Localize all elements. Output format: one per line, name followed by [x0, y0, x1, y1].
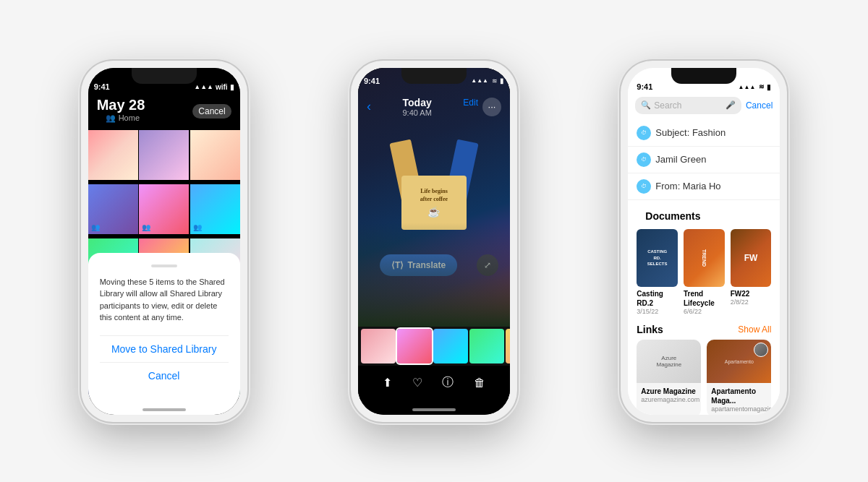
modal-cancel-button[interactable]: Cancel — [100, 362, 229, 389]
doc-date-casting: 3/15/22 — [637, 308, 658, 315]
aframe-sign: Life begins after coffee ☕ — [394, 168, 474, 226]
link-url-apart: apartamentomagazine... — [711, 405, 767, 413]
doc-thumb-fw22: FW — [731, 229, 772, 288]
photo-cell-5[interactable]: 👥 — [139, 184, 189, 234]
casting-thumb-inner: CASTINGRD.SELECTS — [637, 229, 678, 288]
search-icon: 🔍 — [641, 100, 651, 110]
heart-button[interactable]: ♡ — [412, 376, 422, 390]
signal-icon-2: ▲▲▲ — [471, 77, 488, 84]
status-icons-3: ▲▲▲ ≋ ▮ — [739, 83, 772, 91]
strip-photo-3[interactable] — [433, 329, 468, 363]
home-bar-2 — [412, 408, 456, 411]
modal-description: Moving these 5 items to the Shared Libra… — [100, 276, 229, 324]
status-icons-2: ▲▲▲ ≋ ▮ — [471, 77, 504, 85]
doc-thumb-casting: CASTINGRD.SELECTS — [637, 229, 678, 288]
show-all-links-button[interactable]: Show All — [738, 324, 771, 335]
photos-app: May 28 👥 Home Cancel 👥 👥 — [88, 68, 240, 400]
result-jamil[interactable]: ⏱ Jamil Green — [628, 147, 780, 173]
search-bar-row: 🔍 Search 🎤 Cancel — [628, 94, 780, 120]
aframe-board: Life begins after coffee ☕ — [401, 176, 467, 230]
links-section: Links Show All AzureMagazine Azure Magaz… — [628, 319, 780, 414]
links-title: Links — [637, 324, 663, 335]
share-button[interactable]: ⬆ — [383, 376, 392, 390]
delete-button[interactable]: 🗑 — [474, 376, 485, 390]
link-apartamento[interactable]: Apartamento Apartamento Maga... apartame… — [707, 340, 771, 414]
signal-icon: ▲▲▲ — [194, 83, 213, 90]
result-icon-2: ⏱ — [637, 152, 651, 167]
documents-section-header: Documents — [637, 205, 771, 225]
photo-toolbar: ⬆ ♡ ⓘ 🗑 — [358, 366, 510, 400]
link-title-apart: Apartamento Maga... — [711, 387, 767, 405]
apart-thumb-text: Apartamento — [725, 359, 754, 364]
signal-icon-3: ▲▲▲ — [739, 84, 756, 90]
link-thumb-azure: AzureMagazine — [637, 340, 701, 383]
battery-icon-3: ▮ — [767, 83, 771, 91]
shared-library-modal: Moving these 5 items to the Shared Libra… — [88, 253, 240, 400]
coffee-icon: ☕ — [427, 206, 440, 218]
photo-cell-3[interactable] — [190, 130, 240, 180]
doc-trend[interactable]: TREND Trend Lifecycle 6/6/22 — [684, 229, 725, 316]
link-azure[interactable]: AzureMagazine Azure Magazine azuremagazi… — [637, 340, 701, 414]
people-icon: 👥 — [106, 113, 116, 123]
link-avatar — [754, 343, 768, 357]
fw22-thumb-text: FW — [744, 253, 758, 263]
search-cancel-button[interactable]: Cancel — [746, 100, 773, 111]
phone-3-notes: 9:41 ▲▲▲ ≋ ▮ 🔍 Search 🎤 Cancel — [621, 61, 787, 422]
photos-cancel-button[interactable]: Cancel — [192, 104, 231, 119]
modal-drag-handle — [151, 264, 177, 267]
notes-app: 🔍 Search 🎤 Cancel ⏱ Subject: Fashion ⏱ J… — [628, 94, 780, 415]
casting-thumb-text: CASTINGRD.SELECTS — [647, 249, 668, 267]
link-thumb-apart: Apartamento — [707, 340, 771, 383]
doc-fw22[interactable]: FW FW22 2/8/22 — [731, 229, 772, 316]
fw22-thumb-inner: FW — [731, 229, 772, 288]
result-text-2: Jamil Green — [655, 154, 706, 165]
photo-cell-6[interactable]: 👥 — [190, 184, 240, 234]
battery-icon: ▮ — [230, 83, 234, 91]
link-info-azure: Azure Magazine azuremagazine.com — [637, 383, 701, 408]
photo-cell-1[interactable] — [88, 130, 138, 180]
info-button[interactable]: ⓘ — [442, 375, 454, 390]
photos-date-title: May 28 — [97, 97, 145, 113]
scene: 9:41 ▲▲▲ wifi ▮ May 28 👥 Home — [0, 0, 868, 482]
strip-photo-2[interactable] — [397, 329, 432, 363]
viewer-actions: Edit ··· — [463, 98, 501, 116]
edit-button[interactable]: Edit — [463, 98, 478, 116]
move-to-shared-library-button[interactable]: Move to Shared Library — [100, 335, 229, 362]
viewer-title: Today — [402, 97, 431, 108]
home-indicator-2 — [358, 400, 510, 415]
result-subject-fashion[interactable]: ⏱ Subject: Fashion — [628, 120, 780, 147]
photo-strip — [358, 327, 510, 366]
strip-photo-5[interactable] — [506, 329, 510, 363]
status-time-2: 9:41 — [364, 77, 380, 85]
photo-cell-2[interactable] — [139, 130, 189, 180]
doc-name-trend: Trend Lifecycle — [684, 289, 725, 308]
trend-thumb-inner: TREND — [684, 229, 725, 288]
link-info-apart: Apartamento Maga... apartamentomagazine.… — [707, 383, 771, 414]
result-text-3: From: Maria Ho — [655, 181, 720, 191]
link-url-azure: azuremagazine.com — [641, 396, 697, 403]
strip-photo-1[interactable] — [361, 329, 396, 363]
strip-photo-4[interactable] — [469, 329, 504, 363]
result-maria[interactable]: ⏱ From: Maria Ho — [628, 173, 780, 200]
wifi-icon-3: ≋ — [759, 83, 765, 90]
doc-casting[interactable]: CASTINGRD.SELECTS Casting RD.2 3/15/22 — [637, 229, 678, 316]
back-button[interactable]: ‹ — [367, 99, 371, 114]
more-button[interactable]: ··· — [482, 98, 501, 116]
viewer-subtitle: 9:40 AM — [402, 108, 431, 117]
viewer-title-group: Today 9:40 AM — [402, 97, 431, 117]
notes-results-list: ⏱ Subject: Fashion ⏱ Jamil Green ⏱ From:… — [628, 120, 780, 415]
links-grid: AzureMagazine Azure Magazine azuremagazi… — [637, 340, 771, 414]
home-bar-1 — [142, 408, 186, 411]
aframe-line2: after coffee — [420, 195, 448, 203]
photo-cell-4[interactable]: 👥 — [88, 184, 138, 234]
phone-2-viewer: 9:41 ▲▲▲ ≋ ▮ ‹ Today 9:40 AM Edit — [351, 61, 517, 422]
search-field[interactable]: 🔍 Search 🎤 — [635, 97, 741, 114]
home-indicator-1 — [88, 400, 240, 415]
status-time-3: 9:41 — [637, 82, 652, 91]
doc-date-fw22: 2/8/22 — [731, 298, 749, 306]
battery-icon-2: ▮ — [500, 77, 504, 85]
azure-thumb-text: AzureMagazine — [656, 355, 681, 368]
result-text-1: Subject: Fashion — [655, 127, 726, 138]
doc-date-trend: 6/6/22 — [684, 308, 702, 315]
shared-icon-2: 👥 — [142, 223, 150, 231]
